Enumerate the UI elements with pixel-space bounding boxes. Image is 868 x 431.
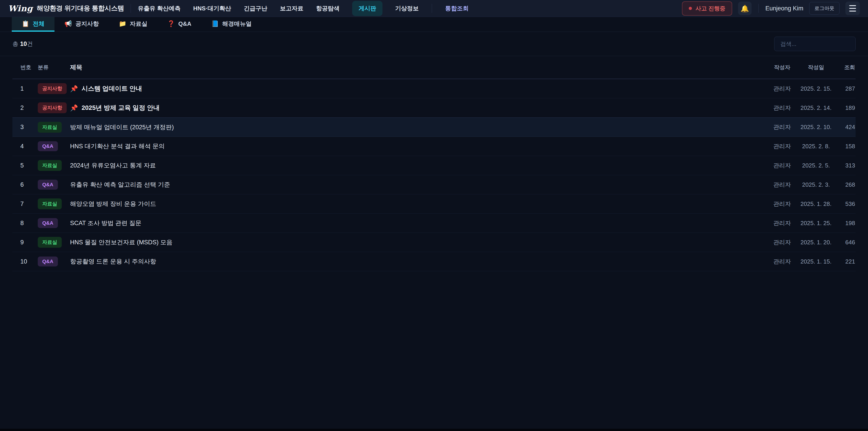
row-author: 관리자 [769,239,796,246]
blue-book-icon: 📘 [211,20,219,27]
tab-archive[interactable]: 📁 자료실 [109,17,157,32]
row-number: 3 [12,124,33,131]
row-number: 9 [12,239,33,246]
pin-icon: 📌 [70,85,78,92]
divider [432,4,432,13]
row-number: 6 [12,181,33,188]
row-views: 313 [836,162,856,169]
row-author: 관리자 [769,181,796,189]
table-row[interactable]: 7 자료실 해양오염 방제 장비 운용 가이드 관리자 2025. 1. 28.… [12,194,856,214]
post-title[interactable]: 📌 시스템 업데이트 안내 [70,84,769,93]
board-table: 번호 분류 제목 작성자 작성일 조회 1 공지사항 📌 시스템 업데이트 안내… [12,56,856,271]
post-title[interactable]: SCAT 조사 방법 관련 질문 [70,219,769,227]
nav-item-board[interactable]: 게시판 [352,1,382,16]
row-views: 198 [836,220,856,227]
table-row[interactable]: 2 공지사항 📌 2025년 방제 교육 일정 안내 관리자 2025. 2. … [12,98,856,118]
table-row[interactable]: 1 공지사항 📌 시스템 업데이트 안내 관리자 2025. 2. 15. 28… [12,79,856,98]
category-badge: 공지사항 [38,83,67,94]
row-number: 8 [12,220,33,227]
post-title[interactable]: HNS 물질 안전보건자료 (MSDS) 모음 [70,238,769,246]
row-views: 536 [836,201,856,208]
post-title[interactable]: 2024년 유류오염사고 통계 자료 [70,161,769,170]
row-author: 관리자 [769,123,796,131]
row-number: 4 [12,143,33,150]
table-row[interactable]: 9 자료실 HNS 물질 안전보건자료 (MSDS) 모음 관리자 2025. … [12,233,856,252]
category-badge: Q&A [38,180,58,190]
category-badge: Q&A [38,218,58,228]
post-title[interactable]: 항공촬영 드론 운용 시 주의사항 [70,257,769,266]
category-badge: 자료실 [38,160,62,171]
row-date: 2025. 1. 15. [796,258,836,265]
notifications-button[interactable]: 🔔 [738,2,752,15]
nav-item-reports[interactable]: 보고자료 [280,4,303,12]
board-tabs: 📋 전체 📢 공지사항 📁 자료실 ❓ Q&A 📘 해경매뉴얼 [0,17,868,32]
tab-notice[interactable]: 📢 공지사항 [55,17,109,32]
row-author: 관리자 [769,104,796,112]
hamburger-icon [849,5,856,6]
post-title[interactable]: HNS 대기확산 분석 결과 해석 문의 [70,142,769,150]
row-author: 관리자 [769,162,796,170]
table-row[interactable]: 5 자료실 2024년 유류오염사고 통계 자료 관리자 2025. 2. 5.… [12,156,856,175]
category-badge: Q&A [38,256,58,267]
table-row-highlighted[interactable]: 3 자료실 방제 매뉴얼 업데이트 (2025년 개정판) 관리자 2025. … [12,118,856,137]
table-header: 번호 분류 제목 작성자 작성일 조회 [12,56,856,79]
table-row[interactable]: 10 Q&A 항공촬영 드론 운용 시 주의사항 관리자 2025. 1. 15… [12,252,856,271]
row-author: 관리자 [769,200,796,208]
category-badge: 자료실 [38,237,62,248]
header-right: 사고 진행중 🔔 Eunjeong Kim 로그아웃 [682,1,860,16]
total-count: 총10건 [12,40,33,48]
board-toolbar: 총10건 [0,32,868,56]
post-title[interactable]: 유출유 확산 예측 알고리즘 선택 기준 [70,181,769,189]
table-row[interactable]: 6 Q&A 유출유 확산 예측 알고리즘 선택 기준 관리자 2025. 2. … [12,175,856,194]
clipboard-icon: 📋 [22,20,29,27]
nav-item-weather-info[interactable]: 기상정보 [395,4,418,12]
tab-qna[interactable]: ❓ Q&A [157,17,201,32]
row-date: 2025. 1. 25. [796,220,836,227]
row-date: 2025. 2. 14. [796,104,836,112]
nav-item-aerial-search[interactable]: 항공탐색 [316,4,340,12]
total-count-number: 10 [20,40,27,47]
table-row[interactable]: 4 Q&A HNS 대기확산 분석 결과 해석 문의 관리자 2025. 2. … [12,137,856,156]
search-input[interactable] [774,37,856,51]
post-title[interactable]: 📌 2025년 방제 교육 일정 안내 [70,103,769,112]
col-views: 조회 [836,64,856,71]
col-number: 번호 [12,64,33,71]
row-views: 287 [836,85,856,92]
post-title[interactable]: 방제 매뉴얼 업데이트 (2025년 개정판) [70,123,769,131]
brand: Wing 해양환경 위기대응 통합시스템 [8,4,124,13]
nav-item-hns-air-diffusion[interactable]: HNS·대기확산 [193,4,231,12]
pin-icon: 📌 [70,104,78,112]
incident-status-badge[interactable]: 사고 진행중 [682,1,732,16]
col-date: 작성일 [796,64,836,71]
app-title: 해양환경 위기대응 통합시스템 [37,4,124,13]
row-number: 5 [12,162,33,169]
nav-item-integrated-search[interactable]: 통합조회 [445,4,469,12]
category-badge: 자료실 [38,122,62,133]
row-date: 2025. 2. 15. [796,85,836,92]
table-row[interactable]: 8 Q&A SCAT 조사 방법 관련 질문 관리자 2025. 1. 25. … [12,214,856,233]
question-mark-icon: ❓ [167,20,175,27]
col-category: 분류 [33,64,70,71]
row-views: 268 [836,181,856,188]
tab-coastguard-manual[interactable]: 📘 해경매뉴얼 [202,17,262,32]
row-views: 646 [836,239,856,246]
nav-item-emergency-rescue[interactable]: 긴급구난 [244,4,267,12]
wing-logo: Wing [8,4,33,13]
logout-button[interactable]: 로그아웃 [809,2,839,15]
row-date: 2025. 1. 20. [796,239,836,246]
row-number: 2 [12,104,33,112]
main-nav: 유출유 확산예측 HNS·대기확산 긴급구난 보고자료 항공탐색 게시판 기상정… [138,1,469,16]
folder-icon: 📁 [119,20,126,27]
row-views: 424 [836,124,856,131]
megaphone-icon: 📢 [64,20,72,27]
tab-all[interactable]: 📋 전체 [12,17,55,32]
row-number: 10 [12,258,33,265]
bell-icon: 🔔 [741,4,749,12]
nav-item-oil-spill-prediction[interactable]: 유출유 확산예측 [138,4,180,12]
incident-dot-icon [689,7,692,10]
row-author: 관리자 [769,219,796,227]
post-title[interactable]: 해양오염 방제 장비 운용 가이드 [70,200,769,208]
hamburger-menu-button[interactable] [845,2,860,15]
row-number: 7 [12,201,33,208]
row-number: 1 [12,85,33,92]
